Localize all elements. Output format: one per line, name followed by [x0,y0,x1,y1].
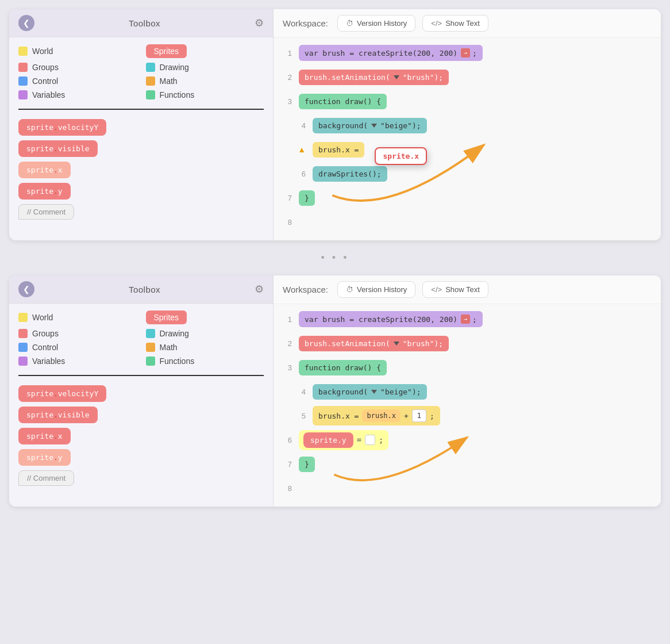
block-visible-bottom[interactable]: sprite.visible [18,407,98,423]
block-velocityY-top[interactable]: sprite.velocityY [18,119,106,136]
math-label-bottom: Math [160,343,178,352]
dropped-area: sprite.y = ; [299,430,388,450]
floating-block-spritex-top[interactable]: sprite.x [375,147,427,165]
block-x-bottom[interactable]: sprite.x [18,428,71,444]
gear-icon-top[interactable]: ⚙ [255,17,264,29]
category-drawing-top[interactable]: Drawing [146,63,264,72]
panel-bottom: ❮ Toolbox ⚙ World Sprites Groups Drawing [9,275,661,507]
category-control-bottom[interactable]: Control [18,343,137,352]
functions-dot-top [146,90,155,99]
world-label-top: World [32,47,53,56]
code-block-3-top: function draw() { [299,94,387,109]
code-line-8-top: 8 [280,212,654,232]
line-num-6-top: 6 [294,170,306,178]
workspace-label-top: Workspace: [283,18,328,28]
dots-separator: • • • [9,250,661,266]
version-history-button-bottom[interactable]: ⏱ Version History [337,281,415,298]
clock-icon-top: ⏱ [346,19,353,28]
category-variables-bottom[interactable]: Variables [18,356,137,366]
control-dot-bottom [18,343,28,352]
gear-icon-bottom[interactable]: ⚙ [255,283,264,296]
comment-block-bottom[interactable]: // Comment [18,470,74,486]
toolbox-divider-bottom [18,375,264,376]
world-dot-top [18,47,28,56]
line-num-4-top: 4 [294,121,306,130]
category-groups-bottom[interactable]: Groups [18,329,137,338]
category-world-bottom[interactable]: World [18,310,137,324]
workspace-label-bottom: Workspace: [283,285,328,294]
line-num-3-bottom: 3 [280,363,292,372]
line-num-1-top: 1 [280,49,292,57]
category-functions-top[interactable]: Functions [146,90,264,99]
category-math-bottom[interactable]: Math [146,343,264,352]
triangle-4 [371,124,377,128]
comment-block-top[interactable]: // Comment [18,204,74,220]
line-num-2-bottom: 2 [280,339,292,348]
category-world-top[interactable]: World [18,44,137,58]
line-num-2-top: 2 [280,73,292,82]
variables-label-top: Variables [32,90,65,99]
block-y-bottom[interactable]: sprite.y [18,449,71,466]
toolbox-blocks-bottom: sprite.velocityY sprite.visible sprite.x… [9,381,273,490]
block-velocityY-bottom[interactable]: sprite.velocityY [18,385,106,402]
code-icon-bottom: </> [431,285,442,294]
line-num-7-bottom: 7 [280,460,292,469]
toolbox-categories-bottom: World Sprites Groups Drawing Control Mat… [9,304,273,373]
show-text-button-top[interactable]: </> Show Text [422,15,488,32]
category-variables-top[interactable]: Variables [18,90,137,99]
version-history-label-bottom: Version History [357,285,407,294]
drawing-label-top: Drawing [160,63,189,72]
control-label-bottom: Control [32,343,58,352]
show-text-button-bottom[interactable]: </> Show Text [422,281,488,298]
block-y-top[interactable]: sprite.y [18,183,71,200]
category-sprites-bottom[interactable]: Sprites [146,310,264,324]
world-dot-bottom [18,313,28,322]
code-line-1-top: 1 var brush = createSprite(200, 200) →; [280,43,654,63]
category-drawing-bottom[interactable]: Drawing [146,329,264,338]
triangle-4b [371,390,377,394]
arrow-icon-1b: → [461,315,470,324]
line-num-1-bottom: 1 [280,315,292,324]
brushx-block: brush.x [362,409,401,422]
block-x-top[interactable]: sprite.x [18,162,71,178]
category-math-top[interactable]: Math [146,76,264,86]
world-label-bottom: World [32,313,53,322]
block-visible-top[interactable]: sprite.visible [18,140,98,157]
code-line-5-bottom: 5 brush.x = brush.x + 1 ; [294,405,654,426]
code-block-2-top: brush.setAnimation( "brush"); [299,70,449,85]
triangle-2b [394,342,399,346]
semicolon: ; [379,435,383,444]
groups-dot-bottom [18,329,28,338]
code-line-3-bottom: 3 function draw() { [280,357,654,378]
code-block-2-bottom: brush.setAnimation( "brush"); [299,336,449,351]
one-block: 1 [412,409,426,422]
code-line-3-top: 3 function draw() { [280,91,654,112]
category-control-top[interactable]: Control [18,76,137,86]
code-block-1-bottom: var brush = createSprite(200, 200) →; [299,311,483,327]
math-dot-top [146,76,155,86]
drawing-dot-bottom [146,329,155,338]
code-block-7-top: } [299,190,315,206]
category-sprites-top[interactable]: Sprites [146,44,264,58]
toolbox-back-button-bottom[interactable]: ❮ [18,281,34,297]
code-block-4-bottom: background( "beige"); [313,384,427,400]
toolbox-divider-top [18,109,264,110]
version-history-button-top[interactable]: ⏱ Version History [337,15,415,32]
category-functions-bottom[interactable]: Functions [146,356,264,366]
code-icon-top: </> [431,19,442,28]
code-line-1-bottom: 1 var brush = createSprite(200, 200) →; [280,309,654,329]
code-block-7-bottom: } [299,457,315,472]
toolbox-back-button-top[interactable]: ❮ [18,15,34,31]
groups-dot-top [18,63,28,72]
code-block-4-top: background( "beige"); [313,118,427,133]
code-block-1-top: var brush = createSprite(200, 200) →; [299,45,483,61]
code-line-2-bottom: 2 brush.setAnimation( "brush"); [280,333,654,354]
clock-icon-bottom: ⏱ [346,285,353,294]
show-text-label-top: Show Text [445,19,480,28]
category-groups-top[interactable]: Groups [18,63,137,72]
line-num-6-bottom: 6 [280,436,292,444]
line-num-8-bottom: 8 [280,484,292,493]
version-history-label-top: Version History [357,19,407,28]
groups-label-top: Groups [32,63,59,72]
warn-icon-5-top: ▲ [294,145,306,154]
